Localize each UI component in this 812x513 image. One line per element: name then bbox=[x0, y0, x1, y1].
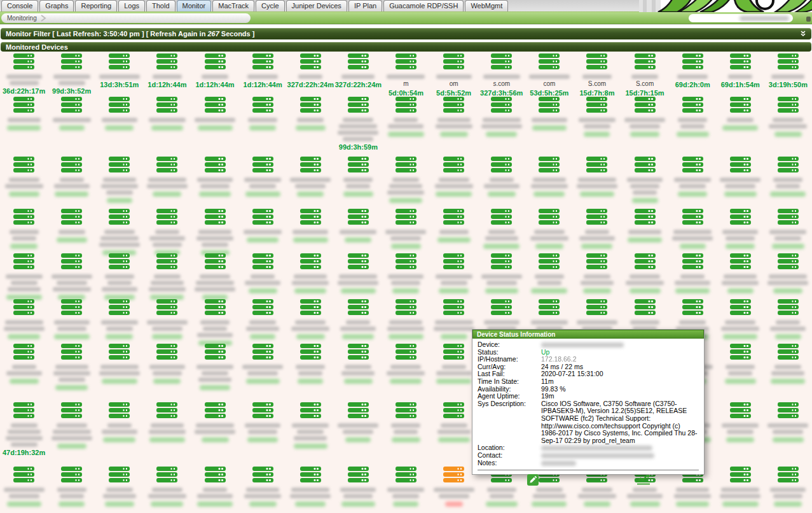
device-cell[interactable] bbox=[621, 97, 669, 137]
device-cell[interactable]: m5d:0h:54m bbox=[382, 53, 430, 97]
device-cell[interactable] bbox=[287, 253, 334, 293]
device-cell[interactable] bbox=[764, 209, 812, 249]
device-cell[interactable] bbox=[48, 299, 95, 339]
tab-mactrack[interactable]: MacTrack bbox=[212, 0, 254, 11]
device-cell[interactable]: 99d:3h:59m bbox=[334, 97, 382, 151]
device-cell[interactable] bbox=[48, 344, 95, 390]
device-cell[interactable] bbox=[764, 299, 812, 339]
device-cell[interactable] bbox=[239, 299, 287, 339]
device-cell[interactable] bbox=[525, 97, 573, 130]
device-cell[interactable] bbox=[621, 209, 669, 242]
edit-device-button[interactable] bbox=[527, 474, 539, 488]
device-cell[interactable] bbox=[430, 402, 478, 442]
device-cell[interactable] bbox=[48, 467, 95, 507]
device-cell[interactable] bbox=[95, 157, 143, 203]
device-cell[interactable] bbox=[430, 209, 478, 242]
device-cell[interactable] bbox=[764, 344, 812, 384]
device-cell[interactable] bbox=[95, 467, 143, 507]
device-cell[interactable] bbox=[0, 157, 48, 197]
device-cell[interactable]: S.com15d:7h:8m bbox=[573, 53, 621, 97]
device-cell[interactable] bbox=[48, 253, 95, 300]
device-cell[interactable] bbox=[334, 253, 382, 293]
tab-reporting[interactable]: Reporting bbox=[75, 0, 117, 11]
device-cell[interactable] bbox=[143, 209, 191, 255]
device-cell[interactable] bbox=[621, 157, 669, 203]
device-cell[interactable]: 1d:12h:44m bbox=[143, 53, 191, 88]
device-cell[interactable] bbox=[287, 209, 334, 242]
device-cell[interactable] bbox=[287, 402, 334, 449]
device-cell[interactable] bbox=[95, 344, 143, 384]
device-cell[interactable] bbox=[430, 97, 478, 137]
device-cell[interactable] bbox=[239, 344, 287, 384]
breadcrumb[interactable]: Monitoring bbox=[1, 13, 251, 23]
device-cell[interactable] bbox=[95, 209, 143, 255]
device-cell[interactable]: com53d:5h:25m bbox=[525, 53, 573, 97]
device-cell[interactable] bbox=[717, 299, 764, 339]
device-cell[interactable] bbox=[382, 467, 430, 507]
device-cell[interactable] bbox=[573, 209, 621, 249]
device-cell[interactable] bbox=[478, 157, 525, 197]
device-cell[interactable] bbox=[764, 467, 812, 507]
device-cell[interactable]: 1d:12h:44m bbox=[239, 53, 287, 88]
device-cell[interactable] bbox=[334, 402, 382, 442]
device-cell[interactable] bbox=[573, 97, 621, 137]
device-cell[interactable] bbox=[0, 97, 48, 130]
device-cell[interactable] bbox=[669, 253, 717, 293]
tab-monitor[interactable]: Monitor bbox=[177, 0, 212, 11]
tab-graphs[interactable]: Graphs bbox=[39, 0, 74, 11]
device-cell[interactable] bbox=[334, 209, 382, 242]
device-cell[interactable] bbox=[239, 402, 287, 442]
device-cell[interactable] bbox=[717, 344, 764, 384]
device-cell[interactable]: 327d:22h:24m bbox=[287, 53, 334, 88]
device-cell[interactable] bbox=[669, 157, 717, 197]
device-cell[interactable] bbox=[143, 299, 191, 339]
device-cell[interactable]: 99d:3h:52m bbox=[48, 53, 95, 95]
device-cell[interactable] bbox=[191, 157, 238, 197]
device-cell[interactable]: 3d:19h:50m bbox=[764, 53, 812, 88]
device-cell[interactable] bbox=[287, 157, 334, 197]
device-cell[interactable] bbox=[334, 467, 382, 507]
device-cell[interactable] bbox=[764, 402, 812, 442]
device-cell[interactable] bbox=[0, 344, 48, 384]
device-cell[interactable]: 47d:19h:32m bbox=[0, 402, 48, 456]
device-cell[interactable]: 36d:22h:17m bbox=[0, 53, 48, 95]
device-cell[interactable] bbox=[143, 97, 191, 130]
device-cell[interactable] bbox=[382, 253, 430, 293]
device-cell[interactable]: s.com327d:3h:56m bbox=[478, 53, 525, 97]
device-cell[interactable] bbox=[478, 253, 525, 293]
device-cell[interactable] bbox=[48, 157, 95, 197]
device-cell[interactable] bbox=[478, 209, 525, 249]
device-cell[interactable] bbox=[287, 344, 334, 384]
device-cell[interactable] bbox=[48, 97, 95, 130]
device-cell[interactable] bbox=[191, 402, 238, 442]
tab-logs[interactable]: Logs bbox=[118, 0, 145, 11]
device-cell[interactable] bbox=[621, 253, 669, 293]
device-cell[interactable] bbox=[287, 97, 334, 130]
device-cell[interactable]: 1d:12h:44m bbox=[191, 53, 238, 88]
device-cell[interactable] bbox=[0, 299, 48, 339]
device-cell[interactable] bbox=[382, 97, 430, 137]
device-cell[interactable] bbox=[525, 209, 573, 249]
device-cell[interactable] bbox=[573, 157, 621, 197]
device-cell[interactable] bbox=[430, 344, 478, 384]
device-cell[interactable] bbox=[239, 253, 287, 293]
device-cell[interactable] bbox=[143, 253, 191, 300]
device-cell[interactable] bbox=[191, 467, 238, 507]
device-cell[interactable] bbox=[334, 299, 382, 339]
search-input[interactable] bbox=[689, 14, 793, 22]
tab-juniper-devices[interactable]: Juniper Devices bbox=[286, 0, 347, 11]
tab-cycle[interactable]: Cycle bbox=[256, 0, 285, 11]
device-cell[interactable] bbox=[382, 299, 430, 339]
device-cell[interactable] bbox=[764, 97, 812, 137]
device-cell[interactable]: 69d:1h:54m bbox=[717, 53, 764, 88]
device-cell[interactable] bbox=[382, 402, 430, 442]
device-cell[interactable] bbox=[95, 97, 143, 130]
device-cell[interactable] bbox=[573, 253, 621, 293]
device-cell[interactable] bbox=[525, 253, 573, 293]
device-cell[interactable]: om5d:5h:52m bbox=[430, 53, 478, 97]
device-cell[interactable] bbox=[717, 253, 764, 293]
device-cell[interactable] bbox=[95, 253, 143, 300]
device-cell[interactable] bbox=[430, 253, 478, 293]
tab-thold[interactable]: Thold bbox=[146, 0, 175, 11]
device-cell[interactable] bbox=[717, 97, 764, 130]
